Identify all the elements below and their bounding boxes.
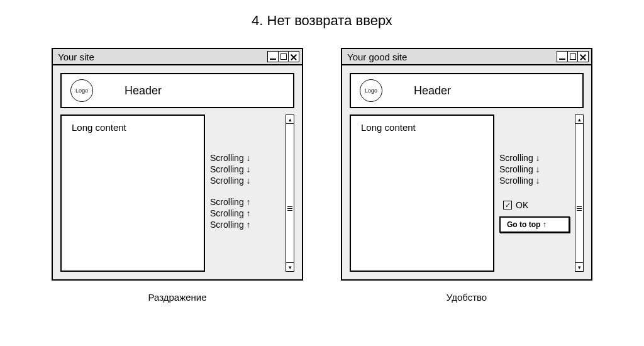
scroll-up-label: Scrolling ↑ xyxy=(210,208,280,218)
content-row-right: Long content Scrolling ↓ Scrolling ↓ Scr… xyxy=(350,114,584,272)
logo-icon: Logo xyxy=(70,79,93,102)
minimize-icon[interactable] xyxy=(267,51,279,62)
side-col-right: Scrolling ↓ Scrolling ↓ Scrolling ↓ ✓ OK… xyxy=(499,114,570,272)
scrollbar-track[interactable] xyxy=(286,124,294,262)
scroll-up-icon[interactable]: ▴ xyxy=(286,115,294,124)
scroll-down-label: Scrolling ↓ xyxy=(210,164,280,174)
titlebar-buttons-right xyxy=(558,51,589,62)
scrollbar-track[interactable] xyxy=(575,124,583,262)
logo-icon: Logo xyxy=(360,79,382,102)
content-row-left: Long content Scrolling ↓ Scrolling ↓ Scr… xyxy=(60,114,294,272)
panel-left: Your site Logo Header Long content Scrol… xyxy=(52,48,303,303)
scroll-down-icon[interactable]: ▾ xyxy=(575,262,583,271)
scroll-down-icon[interactable]: ▾ xyxy=(286,262,294,271)
panels: Your site Logo Header Long content Scrol… xyxy=(25,48,619,303)
scrollbar-thumb[interactable] xyxy=(286,200,294,216)
scrollbar-right[interactable]: ▴ ▾ xyxy=(575,114,584,272)
minimize-icon[interactable] xyxy=(557,51,568,62)
ok-label: OK xyxy=(516,200,528,210)
window-body-right: Logo Header Long content Scrolling ↓ Scr… xyxy=(342,65,591,279)
scroll-down-label: Scrolling ↓ xyxy=(210,176,280,186)
scroll-down-label: Scrolling ↓ xyxy=(499,176,570,186)
maximize-icon[interactable] xyxy=(278,51,289,62)
window-title-left: Your site xyxy=(55,52,94,62)
titlebar-left: Your site xyxy=(53,49,302,65)
scroll-up-label: Scrolling ↑ xyxy=(210,220,280,230)
content-box-left: Long content xyxy=(60,114,205,272)
window-left: Your site Logo Header Long content Scrol… xyxy=(52,48,303,281)
panel-right: Your good site Logo Header Long content … xyxy=(341,48,592,303)
scroll-down-label: Scrolling ↓ xyxy=(499,164,570,174)
scroll-down-label: Scrolling ↓ xyxy=(499,153,570,163)
scroll-up-label: Scrolling ↑ xyxy=(210,197,280,207)
caption-right: Удобство xyxy=(447,292,487,303)
scroll-down-label: Scrolling ↓ xyxy=(210,153,280,163)
header-box-left: Logo Header xyxy=(60,73,294,108)
window-body-left: Logo Header Long content Scrolling ↓ Scr… xyxy=(53,65,302,279)
scroll-up-icon[interactable]: ▴ xyxy=(575,115,583,124)
titlebar-right: Your good site xyxy=(342,49,591,65)
side-col-left: Scrolling ↓ Scrolling ↓ Scrolling ↓ Scro… xyxy=(210,114,280,272)
close-icon[interactable] xyxy=(288,51,299,62)
go-to-top-button[interactable]: Go to top ↑ xyxy=(499,216,570,233)
close-icon[interactable] xyxy=(577,51,589,62)
page-title: 4. Нет возврата вверх xyxy=(25,13,619,29)
window-right: Your good site Logo Header Long content … xyxy=(341,48,592,281)
header-text-left: Header xyxy=(112,84,284,98)
content-box-right: Long content xyxy=(350,114,494,272)
window-title-right: Your good site xyxy=(345,52,407,62)
scrollbar-left[interactable]: ▴ ▾ xyxy=(286,114,294,272)
header-text-right: Header xyxy=(401,84,574,98)
caption-left: Раздражение xyxy=(148,292,206,303)
maximize-icon[interactable] xyxy=(567,51,579,62)
checkbox-icon[interactable]: ✓ xyxy=(503,201,512,209)
scrollbar-thumb[interactable] xyxy=(575,200,583,216)
header-box-right: Logo Header xyxy=(350,73,584,108)
ok-row: ✓ OK xyxy=(503,200,570,210)
titlebar-buttons-left xyxy=(269,51,300,62)
